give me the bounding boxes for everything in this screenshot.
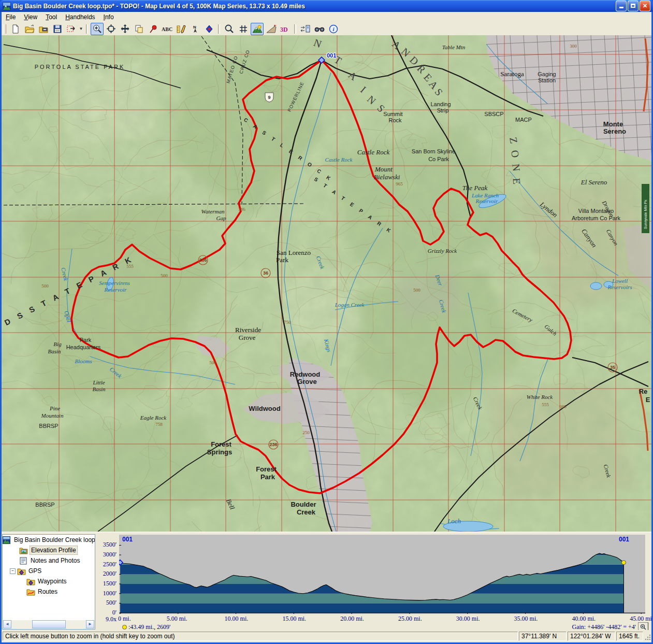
copy-tool-icon xyxy=(134,24,144,34)
svg-text:ABC: ABC xyxy=(162,26,172,32)
map-label: E xyxy=(646,396,650,404)
pan-tool-icon xyxy=(120,24,130,34)
recenter-tool-icon xyxy=(106,24,116,34)
menu-tool[interactable]: Tool xyxy=(41,12,61,22)
3d-view-tool-button[interactable]: 3D xyxy=(279,23,292,35)
map-label: Sempervirens xyxy=(99,280,129,286)
menu-view[interactable]: View xyxy=(20,12,41,22)
map-label: San Lorenzo xyxy=(277,249,311,256)
pan-tool-button[interactable] xyxy=(119,23,132,35)
map-label: Redwood xyxy=(290,370,321,378)
map-label: 300 xyxy=(570,44,577,49)
3d-view-tool-icon: 3D xyxy=(280,25,291,33)
svg-text:35: 35 xyxy=(610,365,615,370)
print-button[interactable] xyxy=(37,23,50,35)
map-label: Park xyxy=(276,256,288,264)
y-axis-label: 2500' xyxy=(95,561,117,568)
map-label: 985 xyxy=(559,404,567,409)
resize-grip[interactable] xyxy=(644,632,651,641)
elevation-profile-plot[interactable] xyxy=(119,535,645,614)
map-label: Pine xyxy=(49,405,60,411)
map-label: Wildwood xyxy=(249,405,280,412)
map-label: Eagle Rock xyxy=(140,414,167,421)
map-label: Station xyxy=(538,77,556,83)
title-bar[interactable]: Big Basin Boulder Creek loop.tpo* - TOPO… xyxy=(0,0,653,12)
route-tool-button[interactable] xyxy=(175,23,187,35)
map-label: Headquarters xyxy=(66,344,101,350)
map-label: 386 xyxy=(238,207,245,212)
map-label: Bielawski xyxy=(374,173,400,181)
profile-tool-button[interactable] xyxy=(265,23,278,35)
open-file-button[interactable] xyxy=(23,23,36,35)
map-label: White Rock xyxy=(527,394,554,400)
recenter-tool-button[interactable] xyxy=(105,23,118,35)
map-label: 555 xyxy=(542,402,549,407)
svg-text:36: 36 xyxy=(263,270,268,276)
waypoint-tool-button[interactable] xyxy=(202,23,215,35)
map-label: Gap xyxy=(216,215,226,221)
save-button[interactable] xyxy=(51,23,64,35)
map-label: Sereno xyxy=(603,127,626,135)
grid-overlay-tool-button[interactable] xyxy=(237,23,250,35)
grid-overlay-tool-icon xyxy=(239,24,248,34)
copy-tool-button[interactable] xyxy=(133,23,146,35)
menu-info[interactable]: Info xyxy=(99,12,118,22)
close-button[interactable]: ✕ xyxy=(640,1,650,11)
map-label: 500 xyxy=(209,360,216,365)
toolbar: ▼ABCN3Di xyxy=(2,22,651,36)
map-label: Rock xyxy=(388,117,402,123)
map-label: Grove xyxy=(297,378,317,385)
terrain-shading-tool-button[interactable] xyxy=(251,23,264,35)
zoom-level-tool-icon xyxy=(224,24,234,34)
maximize-button[interactable] xyxy=(628,1,639,11)
pin-tool-button[interactable] xyxy=(147,23,159,35)
x-axis-label: 5.00 mi. xyxy=(167,615,187,623)
toolbar-separator xyxy=(86,24,88,34)
export-selection-button[interactable] xyxy=(65,23,78,35)
map-label: 758 xyxy=(155,422,163,427)
application-window: Big Basin Boulder Creek loop.tpo* - TOPO… xyxy=(0,0,653,644)
svg-text:236: 236 xyxy=(199,257,207,263)
map-label: San Born Skyline xyxy=(412,148,455,154)
map-label: Saratoga xyxy=(500,70,524,78)
status-bar: Click left mouse button to zoom in (hold… xyxy=(2,630,651,642)
window-title: Big Basin Boulder Creek loop.tpo* - TOPO… xyxy=(13,3,616,10)
map-label: Gaging xyxy=(538,71,556,77)
map-label: Castle Rock xyxy=(325,156,353,163)
zoom-in-tool-icon xyxy=(92,24,102,34)
map-label: 500 xyxy=(41,283,49,289)
zoom-level-tool-button[interactable] xyxy=(223,23,236,35)
open-file-icon xyxy=(24,24,35,34)
map-label: Springs xyxy=(207,448,232,456)
svg-text:N: N xyxy=(193,25,196,30)
toolbar-grip[interactable] xyxy=(3,24,6,34)
map-label: Park xyxy=(80,337,92,343)
text-label-tool-button[interactable]: ABC xyxy=(161,23,173,35)
zoom-in-tool-button[interactable] xyxy=(91,23,104,35)
menu-file[interactable]: File xyxy=(2,12,20,22)
yellow-dot-icon xyxy=(122,625,127,629)
compass-tool-button[interactable]: N xyxy=(188,23,201,35)
topo-map[interactable]: Sunnyvale Mtn Pk92362363536PORTOLA STATE… xyxy=(2,35,651,532)
find-tool-button[interactable] xyxy=(313,23,326,35)
export-selection-dropdown[interactable]: ▼ xyxy=(78,23,84,35)
route-tool-icon xyxy=(176,24,186,34)
info-tool-button[interactable]: i xyxy=(327,23,340,35)
menu-bar: File View Tool Handhelds Info xyxy=(2,12,651,23)
text-label-tool-icon: ABC xyxy=(161,25,173,33)
new-document-button[interactable] xyxy=(9,23,22,35)
map-label: Mount xyxy=(374,165,393,173)
menu-handhelds[interactable]: Handhelds xyxy=(61,12,99,22)
map-label: Re xyxy=(639,388,648,395)
map-label: Landing xyxy=(430,101,451,107)
map-label: 500 xyxy=(413,288,420,293)
status-latitude: 37°11.389' N xyxy=(519,632,567,641)
map-label: 250 xyxy=(302,430,310,435)
handheld-transfer-tool-button[interactable] xyxy=(299,23,312,35)
map-label: Grove xyxy=(239,334,256,341)
map-label: Blooms xyxy=(75,358,92,364)
minimize-button[interactable] xyxy=(616,1,627,11)
toolbar-separator xyxy=(218,24,220,34)
map-label: Reservoir xyxy=(475,198,498,204)
map-label: BBRSP xyxy=(35,502,54,508)
